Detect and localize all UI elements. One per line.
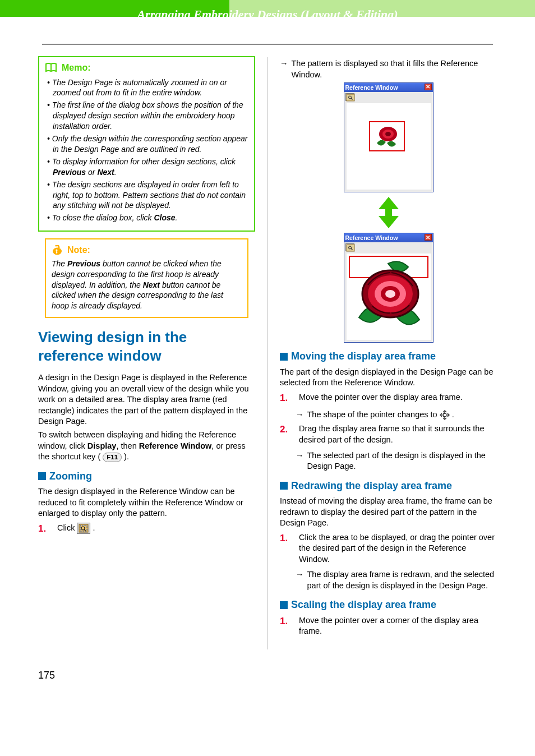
header-bar-left (0, 0, 229, 17)
text: . (452, 410, 454, 419)
reference-window-titlebar: Reference Window ✕ (344, 233, 433, 242)
square-bullet-icon (280, 482, 288, 490)
column-divider (267, 57, 268, 649)
svg-point-13 (385, 132, 391, 136)
reference-window-large: Reference Window ✕ (344, 233, 433, 343)
result-arrow-icon: → (296, 569, 304, 591)
result-arrow-icon: → (296, 450, 304, 472)
move-body: The part of the design displayed in the … (280, 367, 497, 389)
subsection-title: Redrawing the display area frame (291, 479, 452, 492)
subsection-title: Scaling the display area frame (291, 598, 436, 611)
text: ). (122, 452, 129, 461)
result-text: The selected part of the design is displ… (307, 450, 497, 472)
step-text: Move the pointer over the display area f… (299, 392, 497, 405)
square-bullet-icon (280, 601, 288, 609)
memo-item: Only the design within the corresponding… (47, 133, 248, 155)
keyboard-key: F11 (103, 453, 122, 463)
intro-paragraph-2: To switch between displaying and hiding … (38, 430, 255, 463)
step-item: 1. Click . (38, 523, 255, 536)
subsection-heading: Zooming (38, 469, 255, 483)
up-down-arrow-icon (280, 196, 497, 229)
zoom-body: The design displayed in the Reference Wi… (38, 486, 255, 519)
step-item: 2. Drag the display area frame so that i… (280, 423, 497, 445)
svg-point-22 (385, 290, 395, 298)
header-bar-right (229, 0, 535, 17)
note-label: Note: (67, 244, 90, 256)
reference-window-canvas[interactable] (347, 253, 431, 340)
redraw-body: Instead of moving the display area frame… (280, 496, 497, 529)
svg-point-1 (53, 247, 62, 255)
memo-list: The Design Page is automatically zoomed … (45, 77, 248, 224)
memo-box: Memo: The Design Page is automatically z… (38, 56, 255, 232)
reference-window-titlebar: Reference Window ✕ (344, 83, 433, 92)
note-body: The Previous button cannot be clicked wh… (52, 259, 242, 311)
memo-item: To close the dialog box, click Close. (47, 213, 248, 223)
close-icon[interactable]: ✕ (425, 234, 432, 241)
result-text: The pattern is displayed so that it fill… (292, 58, 497, 80)
menu-name: Display (87, 441, 117, 450)
result-text: The shape of the pointer changes to . (307, 409, 454, 421)
reference-window-canvas[interactable] (347, 103, 431, 190)
square-bullet-icon (280, 353, 288, 361)
memo-item: The design sections are displayed in ord… (47, 179, 248, 211)
subsection-title: Zooming (49, 469, 92, 483)
move-cursor-icon (440, 410, 450, 419)
step-text: Move the pointer over a corner of the di… (299, 615, 497, 637)
section-heading: Viewing design in the reference window (38, 328, 255, 365)
square-bullet-icon (38, 472, 46, 480)
step-item: 1. Move the pointer over a corner of the… (280, 615, 497, 637)
step-item: 1. Move the pointer over the display are… (280, 392, 497, 405)
text: , then (116, 441, 139, 450)
zoom-toggle-button[interactable] (345, 93, 354, 101)
zoom-fit-icon (79, 524, 89, 533)
header-rule (42, 44, 493, 45)
step-number: 2. (280, 423, 292, 445)
subsection-heading: Moving the display area frame (280, 349, 497, 363)
reference-window-small: Reference Window ✕ (344, 82, 433, 192)
svg-rect-25 (443, 414, 446, 417)
text: . (93, 523, 95, 532)
zoom-fit-button[interactable] (77, 523, 90, 534)
note-box: Note: The Previous button cannot be clic… (45, 238, 248, 318)
svg-marker-14 (379, 197, 399, 228)
subsection-heading: Redrawing the display area frame (280, 479, 497, 492)
window-title: Reference Window (345, 234, 398, 242)
memo-item: The Design Page is automatically zoomed … (47, 77, 248, 99)
step-number: 1. (280, 532, 292, 565)
step-item: 1. Click the area to be displayed, or dr… (280, 532, 497, 565)
step-number: 1. (280, 615, 292, 637)
zoom-toggle-button[interactable] (345, 243, 354, 251)
page-number: 175 (0, 669, 535, 699)
memo-item: To display information for other design … (47, 156, 248, 178)
step-number: 1. (38, 523, 50, 536)
close-icon[interactable]: ✕ (425, 84, 432, 90)
menu-name: Reference Window (139, 441, 212, 450)
step-number: 1. (280, 392, 292, 405)
memo-label: Memo: (62, 62, 91, 74)
subsection-title: Moving the display area frame (291, 349, 436, 363)
intro-paragraph: A design in the Design Page is displayed… (38, 372, 255, 427)
step-text: Click the area to be displayed, or drag … (299, 532, 497, 565)
step-text: Drag the display area frame so that it s… (299, 423, 497, 445)
svg-point-2 (56, 249, 57, 251)
window-title: Reference Window (345, 84, 398, 91)
result-arrow-icon: → (296, 409, 304, 421)
result-text: The display area frame is redrawn, and t… (307, 569, 497, 591)
svg-rect-3 (56, 251, 57, 253)
alert-icon (52, 245, 63, 255)
text: The shape of the pointer changes to (307, 410, 440, 419)
memo-item: The first line of the dialog box shows t… (47, 100, 248, 132)
rose-design-large (349, 257, 430, 335)
svg-rect-8 (347, 94, 354, 101)
subsection-heading: Scaling the display area frame (280, 598, 497, 611)
book-icon (45, 63, 57, 73)
svg-rect-15 (347, 245, 354, 251)
result-arrow-icon: → (280, 58, 288, 80)
text: Click (57, 523, 77, 532)
rose-design-small (371, 124, 403, 150)
